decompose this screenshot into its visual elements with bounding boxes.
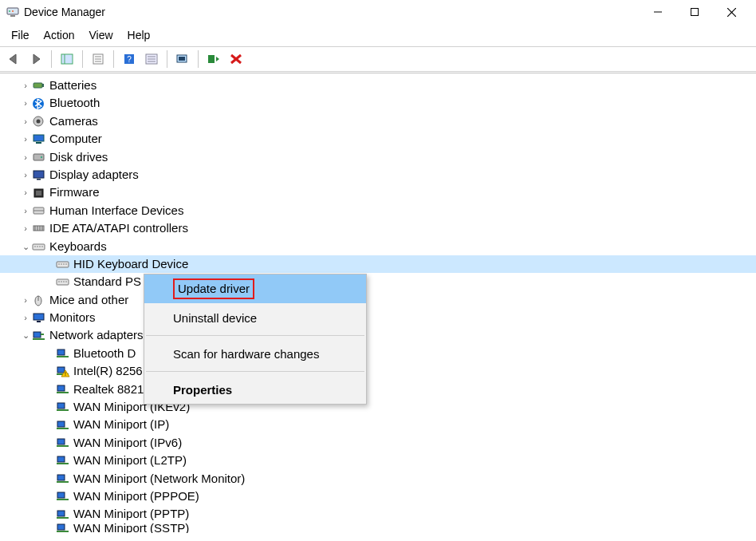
tree-node-disk-drives[interactable]: › Disk drives [0,148,756,166]
tree-leaf-bluetooth-adapter[interactable]: Bluetooth D [0,345,756,362]
tree-leaf-standard-ps[interactable]: Standard PS [0,273,756,290]
tree-label: Network adapters [49,326,144,344]
maximize-button[interactable] [676,0,713,24]
tree-label: Computer [49,130,102,148]
network-adapter-icon [56,472,70,486]
tree-label: WAN Miniport (L2TP) [73,452,187,469]
expand-caret[interactable]: ⌄ [19,326,32,344]
network-adapter-icon [56,418,70,432]
menubar: File Action View Help [0,24,756,46]
minimize-button[interactable] [640,0,676,24]
help-icon[interactable]: ? [119,49,140,69]
svg-rect-26 [42,84,44,87]
expand-caret[interactable]: › [19,309,32,326]
back-arrow-icon[interactable] [3,49,24,69]
close-button[interactable] [713,0,750,24]
svg-point-33 [41,156,42,158]
tree-node-firmware[interactable]: › Firmware [0,184,756,201]
toolbar-separator [82,50,83,68]
network-adapter-icon [56,400,70,414]
tree-label: Bluetooth D [73,345,136,362]
svg-rect-55 [57,279,69,285]
tree-leaf-wan-l2tp[interactable]: WAN Miniport (L2TP) [0,452,756,469]
expand-caret[interactable]: › [19,77,32,94]
disable-device-icon[interactable] [226,49,246,69]
svg-point-58 [63,282,65,283]
tree-node-computer[interactable]: › Computer [0,130,756,148]
svg-rect-45 [33,244,45,250]
menu-help[interactable]: Help [121,27,157,43]
network-adapter-icon [56,523,70,533]
context-item-uninstall-device[interactable]: Uninstall device [144,303,366,332]
device-tree: › Batteries › Bluetooth › Cameras › Comp… [0,73,756,533]
context-item-update-driver[interactable]: Update driver [144,274,366,303]
menu-file[interactable]: File [5,27,36,43]
svg-rect-67 [57,349,65,355]
tree-leaf-wan-ipv6[interactable]: WAN Miniport (IPv6) [0,434,756,452]
tree-node-bluetooth[interactable]: › Bluetooth [0,94,756,112]
scan-hardware-icon[interactable] [172,49,193,69]
tree-label: WAN Miniport (Network Monitor) [73,470,245,488]
tree-node-keyboards[interactable]: ⌄ Keyboards [0,238,756,255]
expand-caret[interactable]: › [19,219,32,237]
enable-device-icon[interactable] [203,49,224,69]
tree-leaf-wan-pppoe[interactable]: WAN Miniport (PPPOE) [0,488,756,505]
expand-caret[interactable]: › [19,291,32,309]
computer-icon [32,132,46,146]
tree-label: WAN Miniport (SSTP) [73,523,189,533]
expand-caret[interactable]: › [19,113,32,130]
keyboard-icon [32,239,46,254]
svg-rect-62 [33,314,44,320]
context-item-properties[interactable]: Properties [144,375,366,404]
show-hide-tree-icon[interactable] [57,49,77,69]
tree-label: WAN Miniport (PPTP) [73,505,189,523]
tree-node-hid[interactable]: › Human Interface Devices [0,202,756,219]
tree-leaf-hid-keyboard[interactable]: HID Keyboard Device [0,255,756,273]
menu-action[interactable]: Action [37,27,81,43]
action-list-icon[interactable] [141,49,162,69]
tree-leaf-realtek[interactable]: Realtek 8821CE Wireless LAN 802.11ac PCI… [0,381,756,398]
tree-node-cameras[interactable]: › Cameras [0,113,756,130]
svg-point-53 [63,263,65,265]
forward-arrow-icon[interactable] [26,49,46,69]
tree-leaf-wan-sstp[interactable]: WAN Miniport (SSTP) [0,523,756,533]
expand-caret[interactable]: › [19,148,32,166]
tree-leaf-wan-pptp[interactable]: WAN Miniport (PPTP) [0,505,756,523]
svg-rect-87 [57,517,69,519]
expand-caret[interactable]: › [19,202,32,219]
expand-caret[interactable]: › [19,166,32,184]
svg-rect-35 [37,179,41,180]
tree-node-network-adapters[interactable]: ⌄ Network adapters [0,326,756,344]
context-item-scan-hardware[interactable]: Scan for hardware changes [144,339,366,368]
svg-rect-30 [33,135,44,141]
tree-leaf-wan-ip[interactable]: WAN Miniport (IP) [0,416,756,433]
device-manager-app-icon [6,6,19,18]
network-adapter-icon [56,346,70,361]
context-menu-separator [146,335,364,336]
tree-node-monitors[interactable]: › Monitors [0,309,756,326]
svg-rect-75 [57,409,69,411]
tree-node-batteries[interactable]: › Batteries [0,77,756,94]
tree-leaf-wan-ikev2[interactable]: WAN Miniport (IKEv2) [0,398,756,416]
tree-leaf-wan-netmon[interactable]: WAN Miniport (Network Monitor) [0,470,756,488]
svg-rect-34 [33,171,44,178]
camera-icon [32,114,46,128]
tree-leaf-intel-adapter[interactable]: ! Intel(R) 8256 [0,362,756,380]
expand-caret[interactable]: › [19,184,32,201]
properties-sheet-icon[interactable] [88,49,108,69]
tree-label: Intel(R) 8256 [73,362,143,380]
network-adapter-icon [32,329,46,343]
menu-view[interactable]: View [82,27,119,43]
tree-node-mice[interactable]: › Mice and other [0,291,756,309]
svg-rect-85 [57,499,69,500]
battery-icon [32,78,46,93]
svg-rect-37 [36,191,41,195]
hid-icon [32,203,46,218]
expand-caret[interactable]: › [19,94,32,112]
expand-caret[interactable]: ⌄ [19,238,32,255]
svg-text:!: ! [65,371,66,377]
svg-rect-76 [57,421,65,427]
tree-node-ide[interactable]: › IDE ATA/ATAPI controllers [0,219,756,237]
tree-node-display-adapters[interactable]: › Display adapters [0,166,756,184]
expand-caret[interactable]: › [19,130,32,148]
